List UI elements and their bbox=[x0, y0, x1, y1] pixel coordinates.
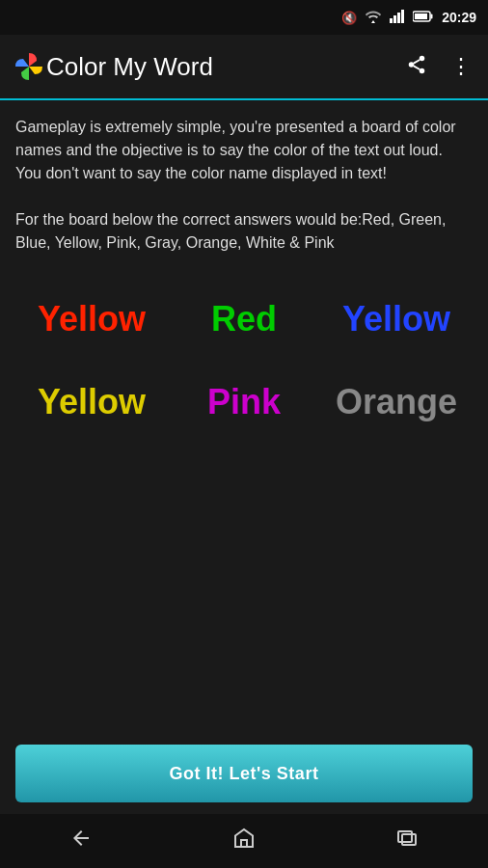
color-word-cell: Red bbox=[168, 278, 320, 361]
status-bar: 🔇 20:29 bbox=[0, 0, 488, 35]
signal-icon bbox=[390, 10, 405, 26]
app-logo bbox=[12, 49, 46, 84]
svg-rect-0 bbox=[390, 18, 393, 23]
svg-line-10 bbox=[414, 66, 420, 69]
app-bar: Color My Word ⋮ bbox=[0, 35, 488, 100]
recent-apps-button[interactable] bbox=[376, 819, 438, 863]
more-options-button[interactable]: ⋮ bbox=[447, 50, 476, 83]
status-time: 20:29 bbox=[442, 10, 476, 25]
color-word-cell: Yellow bbox=[15, 278, 168, 361]
color-word-cell: Orange bbox=[320, 361, 473, 424]
mute-icon: 🔇 bbox=[341, 11, 357, 25]
svg-rect-3 bbox=[401, 10, 404, 23]
spacer bbox=[0, 424, 488, 733]
toolbar-actions: ⋮ bbox=[402, 50, 476, 84]
color-word-cell: Yellow bbox=[320, 278, 473, 361]
svg-point-8 bbox=[409, 62, 415, 68]
desc-para1: Gameplay is extremely simple, you're pre… bbox=[15, 119, 456, 181]
svg-rect-1 bbox=[393, 15, 396, 23]
color-word-cell: Pink bbox=[168, 361, 320, 424]
share-button[interactable] bbox=[402, 50, 431, 84]
svg-point-7 bbox=[420, 55, 425, 61]
back-button[interactable] bbox=[50, 819, 112, 863]
nav-bar bbox=[0, 814, 488, 868]
svg-point-9 bbox=[420, 68, 425, 73]
svg-rect-14 bbox=[402, 834, 416, 845]
svg-rect-6 bbox=[431, 14, 433, 18]
svg-rect-12 bbox=[241, 840, 247, 847]
svg-rect-2 bbox=[397, 13, 400, 23]
main-content: Gameplay is extremely simple, you're pre… bbox=[0, 100, 488, 424]
description-text: Gameplay is extremely simple, you're pre… bbox=[15, 116, 473, 255]
got-it-button[interactable]: Got It! Let's Start bbox=[15, 745, 473, 802]
color-word-cell: Yellow bbox=[15, 361, 168, 424]
bottom-area: Got It! Let's Start bbox=[0, 733, 488, 814]
home-button[interactable] bbox=[213, 819, 275, 863]
color-word-grid: YellowRedYellowYellowPinkOrangeGrayWhite… bbox=[15, 278, 473, 424]
svg-rect-13 bbox=[398, 831, 412, 842]
wifi-icon bbox=[365, 10, 382, 26]
battery-icon bbox=[413, 11, 434, 25]
svg-rect-5 bbox=[415, 14, 427, 19]
svg-line-11 bbox=[414, 59, 420, 63]
app-title: Color My Word bbox=[46, 52, 402, 82]
desc-para2: For the board below the correct answers … bbox=[15, 211, 446, 251]
